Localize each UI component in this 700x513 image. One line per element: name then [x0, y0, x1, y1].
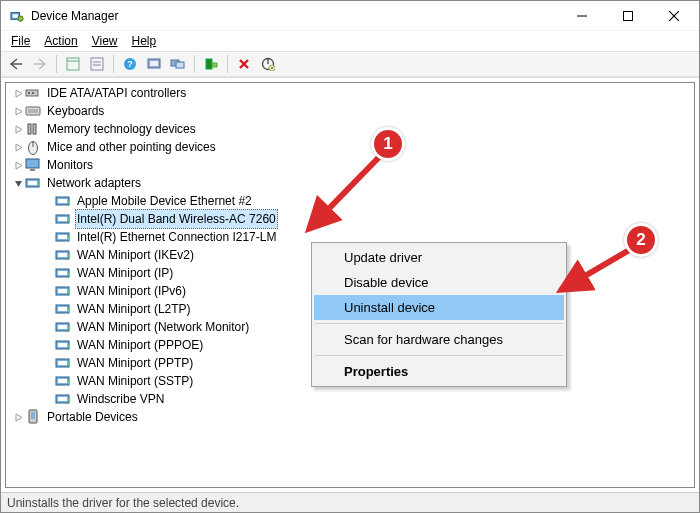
toolbar-separator: [227, 55, 228, 73]
device-category[interactable]: Keyboards: [6, 102, 694, 120]
nic-icon: [55, 193, 71, 209]
device-category[interactable]: IDE ATA/ATAPI controllers: [6, 84, 694, 102]
chevron-placeholder: [42, 213, 54, 225]
svg-rect-61: [31, 412, 35, 419]
nic-icon: [55, 391, 71, 407]
chevron-placeholder: [42, 375, 54, 387]
properties-icon[interactable]: [86, 53, 108, 75]
window-buttons: [559, 1, 697, 30]
minimize-button[interactable]: [559, 1, 605, 31]
device-item[interactable]: Windscribe VPN: [6, 390, 694, 408]
nic-icon: [55, 283, 71, 299]
svg-rect-51: [58, 325, 67, 329]
network-icon: [25, 175, 41, 191]
tree-item-label: Keyboards: [45, 102, 106, 120]
forward-icon[interactable]: [29, 53, 51, 75]
svg-rect-4: [624, 12, 633, 21]
device-category[interactable]: Mice and other pointing devices: [6, 138, 694, 156]
ctx-properties[interactable]: Properties: [314, 359, 564, 384]
toolbar-separator: [194, 55, 195, 73]
chevron-placeholder: [42, 393, 54, 405]
svg-rect-39: [58, 217, 67, 221]
menu-view[interactable]: View: [86, 33, 124, 49]
svg-rect-57: [58, 379, 67, 383]
keyboard-icon: [25, 103, 41, 119]
nic-icon: [55, 211, 71, 227]
menu-action[interactable]: Action: [38, 33, 83, 49]
ctx-scan-hardware[interactable]: Scan for hardware changes: [314, 327, 564, 352]
svg-point-2: [18, 16, 23, 21]
svg-rect-9: [91, 58, 103, 70]
svg-rect-28: [28, 124, 31, 134]
scan-hardware-icon[interactable]: [200, 53, 222, 75]
portable-icon: [25, 409, 41, 425]
ctx-uninstall-device[interactable]: Uninstall device: [314, 295, 564, 320]
svg-rect-41: [58, 235, 67, 239]
tree-item-label: WAN Miniport (IPv6): [75, 282, 188, 300]
device-category[interactable]: Memory technology devices: [6, 120, 694, 138]
maximize-button[interactable]: [605, 1, 651, 31]
chevron-right-icon[interactable]: [12, 105, 24, 117]
menu-help[interactable]: Help: [126, 33, 163, 49]
nic-icon: [55, 247, 71, 263]
svg-rect-1: [13, 14, 18, 18]
device-category[interactable]: Network adapters: [6, 174, 694, 192]
annotation-marker-2: 2: [624, 223, 658, 257]
svg-rect-24: [32, 92, 34, 94]
chevron-placeholder: [42, 267, 54, 279]
uninstall-icon[interactable]: [233, 53, 255, 75]
tree-item-label: WAN Miniport (IP): [75, 264, 175, 282]
chevron-placeholder: [42, 195, 54, 207]
device-item[interactable]: Intel(R) Dual Band Wireless-AC 7260: [6, 210, 694, 228]
chevron-right-icon[interactable]: [12, 123, 24, 135]
device-manager-icon: [9, 8, 25, 24]
chevron-placeholder: [42, 339, 54, 351]
device-category[interactable]: Portable Devices: [6, 408, 694, 426]
chevron-right-icon[interactable]: [12, 411, 24, 423]
tree-item-label: Intel(R) Dual Band Wireless-AC 7260: [75, 209, 278, 229]
nic-icon: [55, 301, 71, 317]
tree-item-label: WAN Miniport (Network Monitor): [75, 318, 251, 336]
show-hidden-icon[interactable]: [62, 53, 84, 75]
ctx-disable-device[interactable]: Disable device: [314, 270, 564, 295]
svg-rect-23: [28, 92, 30, 94]
svg-rect-47: [58, 289, 67, 293]
svg-rect-29: [33, 124, 36, 134]
chevron-placeholder: [42, 321, 54, 333]
statusbar: Uninstalls the driver for the selected d…: [1, 492, 699, 512]
chevron-right-icon[interactable]: [12, 87, 24, 99]
chevron-down-icon[interactable]: [12, 177, 24, 189]
nic-icon: [55, 265, 71, 281]
menu-file[interactable]: File: [5, 33, 36, 49]
svg-rect-15: [150, 61, 158, 66]
tree-item-label: Windscribe VPN: [75, 390, 166, 408]
close-button[interactable]: [651, 1, 697, 31]
tree-item-label: Apple Mobile Device Ethernet #2: [75, 192, 254, 210]
computers-icon[interactable]: [167, 53, 189, 75]
svg-rect-7: [67, 58, 79, 70]
svg-rect-45: [58, 271, 67, 275]
svg-text:?: ?: [127, 59, 133, 69]
status-text: Uninstalls the driver for the selected d…: [7, 496, 239, 510]
device-category[interactable]: Monitors: [6, 156, 694, 174]
mouse-icon: [25, 139, 41, 155]
titlebar: Device Manager: [1, 1, 699, 31]
nic-icon: [55, 337, 71, 353]
toolbar-separator: [113, 55, 114, 73]
tree-item-label: Memory technology devices: [45, 120, 198, 138]
device-item[interactable]: Apple Mobile Device Ethernet #2: [6, 192, 694, 210]
ctx-separator: [315, 323, 563, 324]
chevron-placeholder: [42, 231, 54, 243]
console-icon[interactable]: [143, 53, 165, 75]
back-icon[interactable]: [5, 53, 27, 75]
annotation-marker-1: 1: [371, 127, 405, 161]
svg-rect-53: [58, 343, 67, 347]
chevron-right-icon[interactable]: [12, 141, 24, 153]
disable-icon[interactable]: [257, 53, 279, 75]
chevron-right-icon[interactable]: [12, 159, 24, 171]
help-icon[interactable]: ?: [119, 53, 141, 75]
ctx-update-driver[interactable]: Update driver: [314, 245, 564, 270]
svg-rect-32: [26, 159, 39, 168]
chevron-placeholder: [42, 357, 54, 369]
svg-rect-25: [26, 107, 40, 115]
